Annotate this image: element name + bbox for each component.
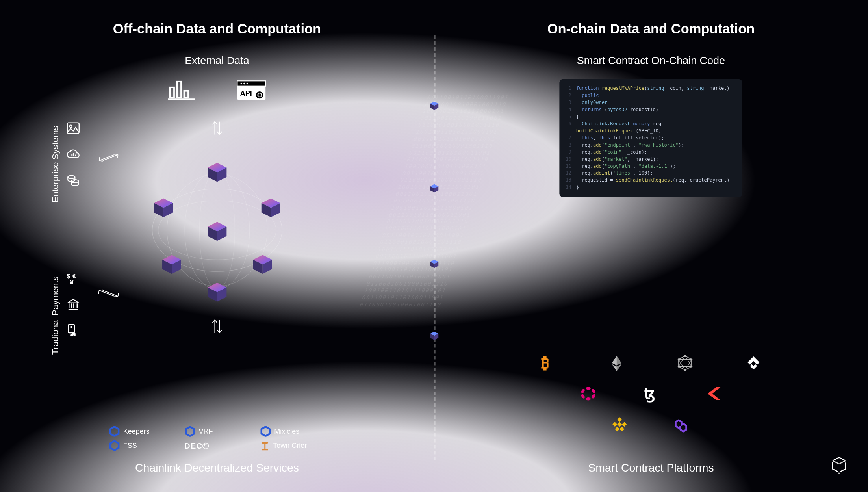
svg-rect-9 <box>177 82 181 97</box>
svg-text:$: $ <box>67 273 70 280</box>
code-line: 12 req.addInt("times", 100); <box>564 170 738 177</box>
ethereum-logo-icon <box>608 354 626 372</box>
code-line: 11 req.add("copyPath", "data.-1.1"); <box>564 163 738 170</box>
svg-text:API: API <box>240 89 252 97</box>
svg-text:ꜩ: ꜩ <box>645 385 656 403</box>
svg-point-23 <box>68 176 75 178</box>
svg-point-29 <box>70 326 72 328</box>
svg-point-49 <box>591 394 596 399</box>
svg-rect-22 <box>75 155 76 156</box>
service-mixicles: Mixicles <box>260 426 325 437</box>
svg-point-44 <box>586 387 591 390</box>
svg-rect-35 <box>264 444 265 450</box>
cloud-chart-icon <box>66 147 80 161</box>
svg-point-15 <box>246 83 248 84</box>
code-line: 2 public <box>564 92 738 99</box>
service-deco: DEC <box>185 440 250 451</box>
chainlink-logo-icon <box>827 451 851 476</box>
bank-icon <box>66 297 80 312</box>
kava-logo-icon <box>705 385 722 403</box>
svg-point-13 <box>240 83 242 84</box>
arrow-enterprise-icon <box>96 151 122 164</box>
external-data-icons: API <box>24 80 410 100</box>
smart-contract-code-subtitle: Smart Contract On-Chain Code <box>458 55 844 67</box>
service-label: Town Crier <box>273 442 307 450</box>
service-keepers: Keepers <box>109 426 174 437</box>
svg-rect-20 <box>71 154 72 156</box>
code-line: 13 requestId = sendChainlinkRequest(req,… <box>564 177 738 184</box>
onchain-bottom-label: Smart Contract Platforms <box>434 462 868 475</box>
external-data-subtitle: External Data <box>24 55 410 67</box>
polygon-logo-icon <box>673 416 691 433</box>
service-label: VRF <box>199 427 213 436</box>
code-line: 5{ <box>564 113 738 121</box>
currency-icon: $€¥ <box>66 271 80 286</box>
svg-text:€: € <box>72 273 76 279</box>
towncrier-logo-icon <box>260 440 269 451</box>
svg-point-48 <box>581 394 585 399</box>
offchain-bottom-label: Chainlink Decentralized Services <box>0 462 434 475</box>
svg-rect-21 <box>73 153 74 156</box>
svg-rect-8 <box>170 87 174 97</box>
code-line: 10 req.add("market", _market); <box>564 156 738 163</box>
code-line: 1function requestMWAPrice(string _coin, … <box>564 85 738 92</box>
svg-point-47 <box>591 388 596 394</box>
logo-row-1: ₿ <box>540 354 762 372</box>
onchain-panel: On-chain Data and Computation Smart Cont… <box>434 0 868 492</box>
decentralized-oracle-network <box>143 154 291 307</box>
service-label: Keepers <box>123 427 150 436</box>
polkadot-logo-icon <box>580 385 597 403</box>
code-line: 8 req.add("endpoint", "mwa-historic"); <box>564 142 738 149</box>
code-line: 14} <box>564 184 738 191</box>
pay-icon <box>66 323 80 338</box>
deco-logo-icon: DEC <box>185 441 209 450</box>
arrow-network-to-services-icon <box>210 316 224 336</box>
service-towncrier: Town Crier <box>260 440 325 451</box>
svg-point-42 <box>678 366 679 367</box>
service-vrf: VRF <box>185 426 250 437</box>
enterprise-systems-icons <box>66 121 80 187</box>
api-icon: API <box>236 80 266 100</box>
platform-logos: ₿ ꜩ <box>539 354 763 433</box>
svg-text:¥: ¥ <box>70 279 74 286</box>
code-line: 9 req.add("coin", _coin); <box>564 149 738 156</box>
code-line: 7 this, this.fulfill.selector); <box>564 135 738 142</box>
image-icon <box>66 121 80 135</box>
database-icon <box>66 173 80 187</box>
arrow-external-to-network-icon <box>210 118 224 138</box>
svg-point-41 <box>684 369 686 371</box>
svg-point-46 <box>581 388 585 394</box>
conflux-logo-icon <box>745 354 762 372</box>
bar-chart-icon <box>168 80 195 100</box>
svg-rect-10 <box>184 91 188 97</box>
logo-row-2: ꜩ <box>580 385 723 403</box>
svg-point-14 <box>243 83 245 84</box>
code-line: 6 Chainlink.Request memory req = buildCh… <box>564 121 738 135</box>
svg-point-45 <box>586 397 591 400</box>
tezos-logo-icon: ꜩ <box>642 385 660 403</box>
svg-point-19 <box>70 125 72 128</box>
service-label: FSS <box>123 442 137 450</box>
svg-rect-7 <box>168 98 195 100</box>
svg-rect-28 <box>69 325 74 333</box>
svg-point-38 <box>684 355 686 356</box>
code-line: 4 returns (bytes32 requestId) <box>564 106 738 113</box>
service-label: Mixicles <box>274 427 299 436</box>
svg-rect-18 <box>67 123 79 134</box>
code-line: 3 onlyOwner <box>564 99 738 106</box>
onchain-title: On-chain Data and Computation <box>458 21 844 37</box>
service-fss: FSS <box>109 440 174 451</box>
decentralized-services-grid: Keepers VRF Mixicles FSS DEC Town Crier <box>109 426 325 451</box>
traditional-payments-icons: $€¥ <box>66 271 80 338</box>
binance-logo-icon <box>611 416 629 433</box>
smart-contract-code-block: 1function requestMWAPrice(string _coin, … <box>560 79 742 197</box>
arrow-payments-icon <box>96 287 122 300</box>
offchain-panel: Off-chain Data and Computation External … <box>0 0 434 492</box>
traditional-payments-label: Tradional Payments <box>50 276 60 355</box>
svg-text:₿: ₿ <box>542 355 549 371</box>
svg-point-43 <box>678 358 679 360</box>
enterprise-systems-label: Enterprise Systems <box>50 126 60 202</box>
main-diagram: Off-chain Data and Computation External … <box>0 0 868 492</box>
logo-row-3 <box>611 416 691 433</box>
hyperledger-logo-icon <box>676 354 694 372</box>
